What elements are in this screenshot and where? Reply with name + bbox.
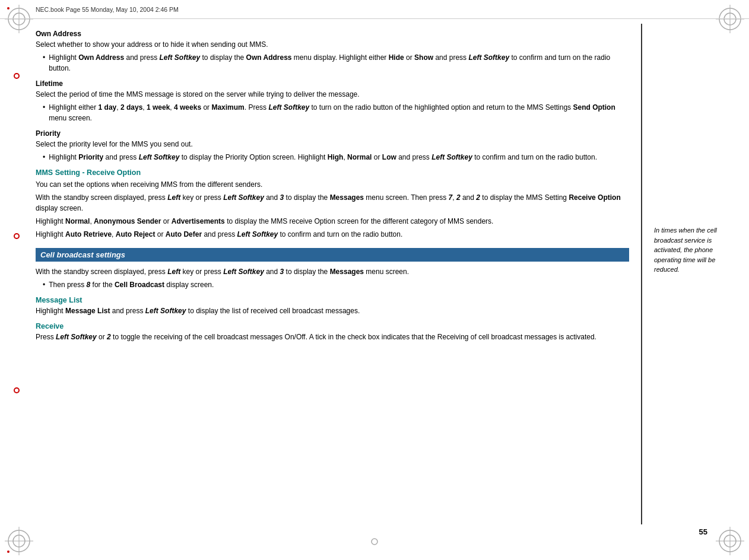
mms-receive-para4: Highlight Auto Retrieve, Auto Reject or … [36,229,629,240]
priority-heading: Priority [36,129,629,138]
priority-bullet1: Highlight Priority and press Left Softke… [43,152,629,163]
svg-point-24 [372,539,377,545]
svg-point-23 [15,389,18,392]
left-bullet-mark-3 [12,386,21,397]
corner-mark-bl [5,527,33,555]
message-list-heading: Message List [36,296,629,304]
svg-point-19 [15,74,18,78]
message-list-para1: Highlight Message List and press Left So… [36,306,629,316]
cell-broadcast-para1: With the standby screen displayed, press… [36,266,629,277]
mms-receive-heading: MMS Setting - Receive Option [36,168,629,177]
lifetime-heading: Lifetime [36,79,629,88]
mms-receive-para3: Highlight Normal, Anonymous Sender or Ad… [36,216,629,227]
svg-point-13 [7,551,9,553]
main-content: Own Address Select whether to show your … [36,24,642,524]
page-number: 55 [699,527,707,536]
top-bar-text: NEC.book Page 55 Monday, May 10, 2004 2:… [36,6,179,13]
corner-mark-br [716,527,744,555]
priority-para1: Select the priority level for the MMS yo… [36,139,629,149]
mms-receive-para1: You can set the options when receiving M… [36,179,629,190]
top-bar: NEC.book Page 55 Monday, May 10, 2004 2:… [0,0,749,19]
sidebar-note: In times when the cell broadcast service… [654,225,737,275]
cell-broadcast-bullet1: Then press 8 for the Cell Broadcast disp… [43,279,629,290]
own-address-heading: Own Address [36,30,629,38]
cell-broadcast-heading-box: Cell broadcast settings [36,248,629,262]
bottom-center-mark [370,537,379,548]
svg-point-21 [15,234,18,238]
receive-para1: Press Left Softkey or 2 to toggle the re… [36,332,629,342]
left-bullet-mark-1 [12,71,21,82]
left-bullet-mark-2 [12,231,21,243]
mms-receive-para2: With the standby screen displayed, press… [36,192,629,214]
lifetime-bullet1: Highlight either 1 day, 2 days, 1 week, … [43,102,629,123]
own-address-para1: Select whether to show your address or t… [36,39,629,50]
receive-heading: Receive [36,322,629,330]
own-address-bullet1: Highlight Own Address and press Left Sof… [43,52,629,74]
lifetime-para1: Select the period of time the MMS messag… [36,89,629,100]
